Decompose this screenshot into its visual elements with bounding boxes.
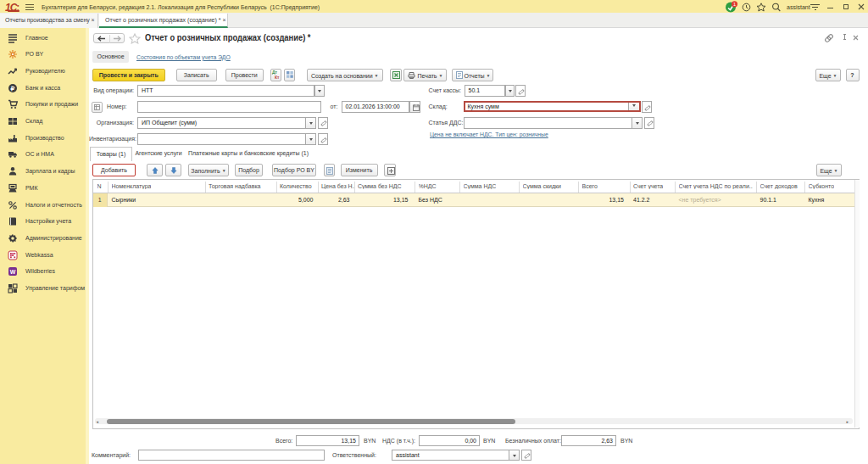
- svg-text:₽: ₽: [11, 84, 15, 92]
- svg-text:1: 1: [733, 2, 736, 7]
- svg-text:W: W: [10, 269, 16, 275]
